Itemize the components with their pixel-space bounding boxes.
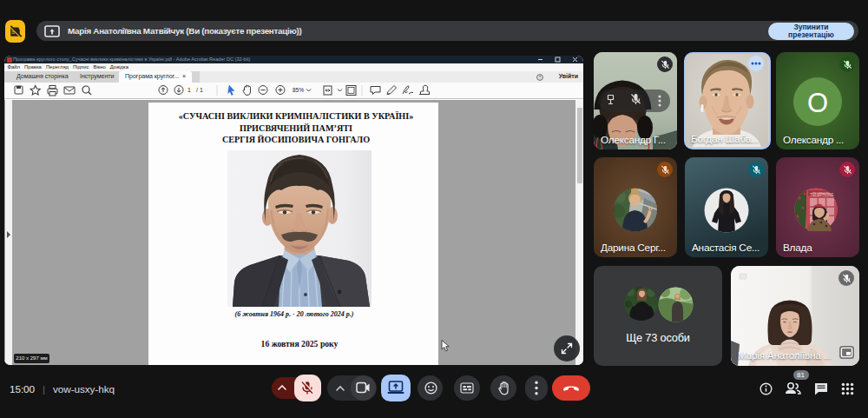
svg-text:TELEPHONE: TELEPHONE — [810, 193, 833, 197]
svg-text:/ 1: / 1 — [196, 87, 203, 93]
svg-text:1: 1 — [187, 87, 191, 93]
svg-text:?: ? — [539, 74, 542, 79]
svg-text:85%: 85% — [293, 87, 304, 93]
svg-text:O: O — [807, 88, 828, 118]
